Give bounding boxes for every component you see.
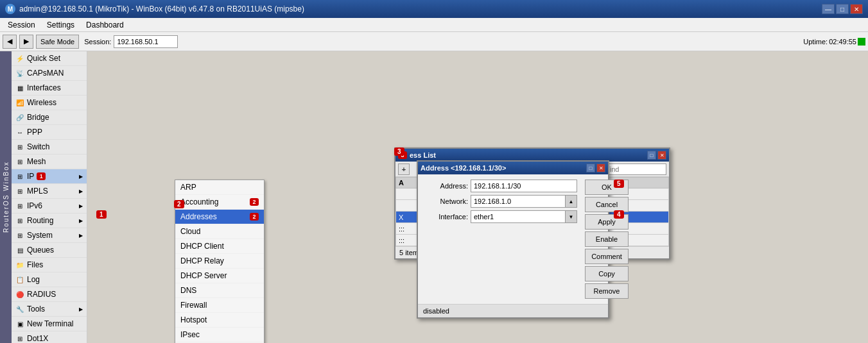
network-arrow-btn[interactable]: ▲ bbox=[566, 195, 577, 208]
routing-icon: ⊞ bbox=[15, 216, 24, 225]
sidebar-item-queues[interactable]: ▤ Queues bbox=[12, 243, 87, 258]
minimize-button[interactable]: — bbox=[822, 4, 835, 14]
enable-button[interactable]: Enable bbox=[585, 231, 629, 247]
add-address-button[interactable]: + bbox=[398, 163, 410, 175]
sidebar-item-mesh[interactable]: ⊞ Mesh bbox=[12, 155, 87, 169]
sidebar-item-dot1x[interactable]: ⊞ Dot1X bbox=[12, 331, 87, 343]
menu-bar: Session Settings Dashboard bbox=[0, 18, 868, 32]
dialog-status: disabled bbox=[423, 307, 449, 315]
sidebar-item-label: MPLS bbox=[27, 187, 48, 196]
ipv6-arrow-icon: ▶ bbox=[79, 203, 83, 209]
copy-button[interactable]: Copy bbox=[585, 266, 629, 281]
sidebar-item-tools[interactable]: 🔧 Tools ▶ bbox=[12, 302, 87, 317]
submenu-dhcp-relay[interactable]: DHCP Relay bbox=[175, 254, 264, 269]
content-area: ARP Accounting 2 Addresses 2 Cloud DHCP … bbox=[87, 51, 868, 343]
interface-row: Interface: ▼ bbox=[423, 210, 577, 223]
address-list-titlebar: 3 ess List □ ✕ bbox=[395, 149, 669, 162]
system-icon: ⊞ bbox=[15, 231, 24, 240]
title-bar-text: admin@192.168.50.1 (MikroTik) - WinBox (… bbox=[19, 4, 304, 13]
uptime-value: 02:49:55 bbox=[829, 38, 856, 46]
sidebar-item-label: Routing bbox=[27, 216, 53, 225]
dot1x-icon: ⊞ bbox=[15, 334, 24, 343]
close-button[interactable]: ✕ bbox=[850, 4, 863, 14]
submenu-arp[interactable]: ARP bbox=[175, 180, 264, 195]
dialog-footer: disabled bbox=[418, 304, 608, 317]
submenu-firewall[interactable]: Firewall bbox=[175, 298, 264, 313]
sidebar-item-ppp[interactable]: ↔ PPP bbox=[12, 125, 87, 140]
ip-submenu: ARP Accounting 2 Addresses 2 Cloud DHCP … bbox=[175, 180, 265, 343]
sidebar-item-label: Tools bbox=[27, 305, 45, 314]
forward-button[interactable]: ▶ bbox=[19, 35, 33, 49]
address-list-close[interactable]: ✕ bbox=[657, 151, 666, 160]
addresses-badge: 2 bbox=[250, 213, 259, 221]
interface-arrow-btn[interactable]: ▼ bbox=[566, 210, 577, 223]
toolbar: ◀ ▶ Safe Mode Session: 192.168.50.1 Upti… bbox=[0, 32, 868, 51]
sidebar-item-mpls[interactable]: ⊞ MPLS ▶ bbox=[12, 184, 87, 199]
switch-icon: ⊞ bbox=[15, 142, 24, 151]
remove-button[interactable]: Remove bbox=[585, 283, 629, 299]
interface-input-group: ▼ bbox=[471, 210, 577, 223]
sidebar-item-radius[interactable]: 🔴 RADIUS bbox=[12, 287, 87, 302]
sidebar-item-label: CAPsMAN bbox=[27, 69, 64, 78]
sidebar-item-log[interactable]: 📋 Log bbox=[12, 272, 87, 287]
ppp-icon: ↔ bbox=[15, 128, 24, 137]
submenu-addresses[interactable]: Addresses 2 bbox=[175, 210, 264, 224]
sidebar-item-files[interactable]: 📁 Files bbox=[12, 258, 87, 272]
comment-button[interactable]: Comment bbox=[585, 249, 629, 264]
badge-3: 3 bbox=[394, 147, 404, 156]
sidebar-item-label: Files bbox=[27, 260, 43, 269]
sidebar-item-ip[interactable]: ⊞ IP 1 ▶ bbox=[12, 169, 87, 184]
address-input[interactable] bbox=[471, 180, 577, 192]
sidebar-item-quick-set[interactable]: ⚡ Quick Set bbox=[12, 51, 87, 66]
log-icon: 📋 bbox=[15, 275, 24, 284]
sidebar-item-ipv6[interactable]: ⊞ IPv6 ▶ bbox=[12, 199, 87, 213]
menu-session[interactable]: Session bbox=[3, 19, 40, 31]
maximize-button[interactable]: □ bbox=[836, 4, 849, 14]
submenu-ipsec[interactable]: IPsec bbox=[175, 328, 264, 342]
sidebar-item-bridge[interactable]: 🔗 Bridge bbox=[12, 110, 87, 125]
sidebar-item-new-terminal[interactable]: ▣ New Terminal bbox=[12, 317, 87, 331]
dialog-buttons: OK Cancel Apply Enable Comment Copy Remo… bbox=[582, 174, 631, 304]
sidebar-item-interfaces[interactable]: ▦ Interfaces bbox=[12, 81, 87, 96]
menu-dashboard[interactable]: Dashboard bbox=[81, 19, 129, 31]
sidebar-item-routing[interactable]: ⊞ Routing ▶ bbox=[12, 213, 87, 228]
network-input-group: ▲ bbox=[471, 195, 577, 208]
mpls-arrow-icon: ▶ bbox=[79, 188, 83, 194]
safe-mode-button[interactable]: Safe Mode bbox=[36, 35, 79, 49]
badge-1: 1 bbox=[96, 210, 107, 219]
address-row: Address: bbox=[423, 180, 577, 192]
uptime-indicator bbox=[858, 38, 865, 46]
network-label: Network: bbox=[423, 197, 468, 205]
submenu-dhcp-client[interactable]: DHCP Client bbox=[175, 239, 264, 254]
sidebar-items: ⚡ Quick Set 📡 CAPsMAN ▦ Interfaces 📶 Wir… bbox=[12, 51, 87, 343]
mpls-icon: ⊞ bbox=[15, 187, 24, 196]
menu-settings[interactable]: Settings bbox=[42, 19, 80, 31]
sidebar-item-capsman[interactable]: 📡 CAPsMAN bbox=[12, 66, 87, 81]
address-dialog-titlebar: Address <192.168.1.1/30> □ ✕ bbox=[418, 162, 608, 174]
address-dialog-title: Address <192.168.1.1/30> bbox=[421, 164, 506, 172]
address-dialog-close[interactable]: ✕ bbox=[596, 163, 605, 172]
quick-set-icon: ⚡ bbox=[15, 54, 24, 63]
submenu-hotspot[interactable]: Hotspot bbox=[175, 313, 264, 328]
sidebar-item-wireless[interactable]: 📶 Wireless bbox=[12, 96, 87, 110]
main-layout: RouterOS WinBox ⚡ Quick Set 📡 CAPsMAN ▦ … bbox=[0, 51, 868, 343]
interface-label: Interface: bbox=[423, 213, 468, 221]
find-input[interactable] bbox=[602, 163, 666, 175]
title-bar-left: M admin@192.168.50.1 (MikroTik) - WinBox… bbox=[5, 4, 304, 14]
submenu-dhcp-server[interactable]: DHCP Server bbox=[175, 269, 264, 283]
address-list-minimize[interactable]: □ bbox=[647, 151, 656, 160]
address-dialog: Address <192.168.1.1/30> □ ✕ Address: Ne… bbox=[417, 160, 609, 319]
sidebar-item-label: Mesh bbox=[27, 157, 46, 166]
sidebar-item-label: PPP bbox=[27, 128, 42, 137]
interface-input[interactable] bbox=[471, 210, 566, 223]
submenu-cloud[interactable]: Cloud bbox=[175, 224, 264, 239]
submenu-accounting[interactable]: Accounting 2 bbox=[175, 195, 264, 210]
network-input[interactable] bbox=[471, 195, 566, 208]
ip-arrow-icon: ▶ bbox=[79, 174, 83, 180]
sidebar-item-system[interactable]: ⊞ System ▶ bbox=[12, 228, 87, 243]
submenu-dns[interactable]: DNS bbox=[175, 283, 264, 298]
sidebar-item-switch[interactable]: ⊞ Switch bbox=[12, 140, 87, 155]
address-dialog-minimize[interactable]: □ bbox=[586, 163, 595, 172]
sidebar-item-label: Wireless bbox=[27, 98, 56, 107]
back-button[interactable]: ◀ bbox=[3, 35, 17, 49]
